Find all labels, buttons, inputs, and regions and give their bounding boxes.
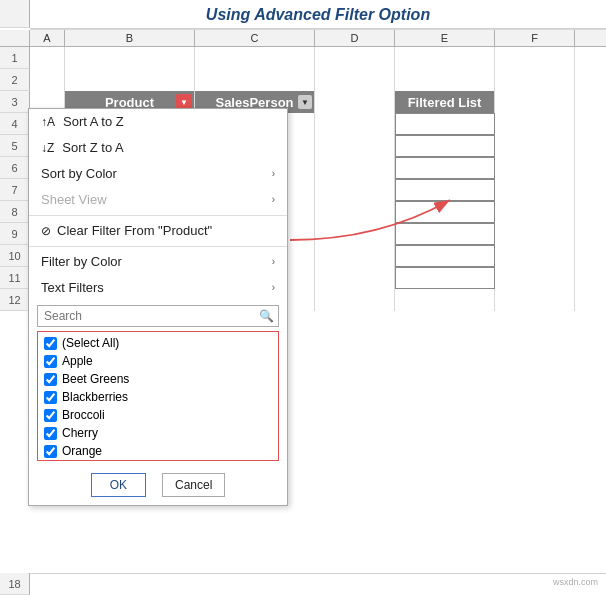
text-filters-arrow: › (272, 282, 275, 293)
salesperson-filter-dropdown[interactable]: ▼ (298, 95, 312, 109)
checkbox-cherry-label: Cherry (62, 426, 98, 440)
checkbox-orange-input[interactable] (44, 445, 57, 458)
checkbox-blackberries-input[interactable] (44, 391, 57, 404)
sort-by-color-arrow: › (272, 168, 275, 179)
filtered-list-header-cell: Filtered List (395, 91, 495, 113)
checkbox-beet-greens-label: Beet Greens (62, 372, 129, 386)
sort-za-icon: ↓Z (41, 141, 54, 155)
col-header-c: C (195, 30, 315, 46)
spreadsheet: Using Advanced Filter Option A B C D E F… (0, 0, 606, 595)
sort-az-icon: ↑A (41, 115, 55, 129)
sort-za-label: Sort Z to A (62, 140, 123, 155)
checkbox-beet-greens[interactable]: Beet Greens (42, 370, 274, 388)
checkbox-blackberries-label: Blackberries (62, 390, 128, 404)
search-input[interactable] (37, 305, 279, 327)
row-num-2: 2 (0, 69, 30, 91)
corner-cell (0, 30, 30, 46)
checkbox-beet-greens-input[interactable] (44, 373, 57, 386)
filter-by-color-item[interactable]: Filter by Color › (29, 249, 287, 275)
checkbox-broccoli[interactable]: Broccoli (42, 406, 274, 424)
checkbox-apple[interactable]: Apple (42, 352, 274, 370)
col-header-e: E (395, 30, 495, 46)
sheet-view-item[interactable]: Sheet View › (29, 187, 287, 213)
filtered-list-header-label: Filtered List (408, 95, 482, 110)
text-filters-label: Text Filters (41, 280, 104, 295)
col-header-a: A (30, 30, 65, 46)
filter-dropdown-menu: ↑A Sort A to Z ↓Z Sort Z to A Sort by Co… (28, 108, 288, 506)
checkbox-cherry-input[interactable] (44, 427, 57, 440)
sort-by-color-item[interactable]: Sort by Color › (29, 161, 287, 187)
checkbox-select-all-label: (Select All) (62, 336, 119, 350)
sort-az-label: Sort A to Z (63, 114, 124, 129)
dialog-buttons: OK Cancel (29, 465, 287, 505)
checkbox-select-all[interactable]: (Select All) (42, 334, 274, 352)
clear-filter-item[interactable]: ⊘ Clear Filter From "Product" (29, 218, 287, 244)
checkbox-apple-label: Apple (62, 354, 93, 368)
search-box-container: 🔍 (37, 305, 279, 327)
ok-button[interactable]: OK (91, 473, 146, 497)
cancel-button[interactable]: Cancel (162, 473, 225, 497)
funnel-icon: ⊘ (41, 224, 51, 238)
checkbox-blackberries[interactable]: Blackberries (42, 388, 274, 406)
sheet-view-arrow: › (272, 194, 275, 205)
checkbox-cherry[interactable]: Cherry (42, 424, 274, 442)
menu-divider-2 (29, 246, 287, 247)
checkbox-broccoli-label: Broccoli (62, 408, 105, 422)
filter-by-color-arrow: › (272, 256, 275, 267)
menu-divider-1 (29, 215, 287, 216)
checkbox-apple-input[interactable] (44, 355, 57, 368)
col-header-f: F (495, 30, 575, 46)
sheet-view-label: Sheet View (41, 192, 107, 207)
checkbox-broccoli-input[interactable] (44, 409, 57, 422)
sort-by-color-label: Sort by Color (41, 166, 117, 181)
watermark: wsxdn.com (553, 577, 598, 587)
row-18: 18 (0, 573, 606, 595)
text-filters-item[interactable]: Text Filters › (29, 275, 287, 301)
checkbox-select-all-input[interactable] (44, 337, 57, 350)
filter-by-color-label: Filter by Color (41, 254, 122, 269)
row-num-3: 3 (0, 91, 30, 113)
col-header-b: B (65, 30, 195, 46)
col-header-d: D (315, 30, 395, 46)
search-icon: 🔍 (259, 309, 274, 323)
clear-filter-label: Clear Filter From "Product" (57, 223, 212, 238)
checkbox-orange-label: Orange (62, 444, 102, 458)
row-num-1: 1 (0, 47, 30, 69)
sort-z-to-a-item[interactable]: ↓Z Sort Z to A (29, 135, 287, 161)
checkbox-orange[interactable]: Orange (42, 442, 274, 460)
page-title: Using Advanced Filter Option (30, 0, 606, 29)
sort-a-to-z-item[interactable]: ↑A Sort A to Z (29, 109, 287, 135)
checkbox-list: (Select All) Apple Beet Greens Blackberr… (37, 331, 279, 461)
